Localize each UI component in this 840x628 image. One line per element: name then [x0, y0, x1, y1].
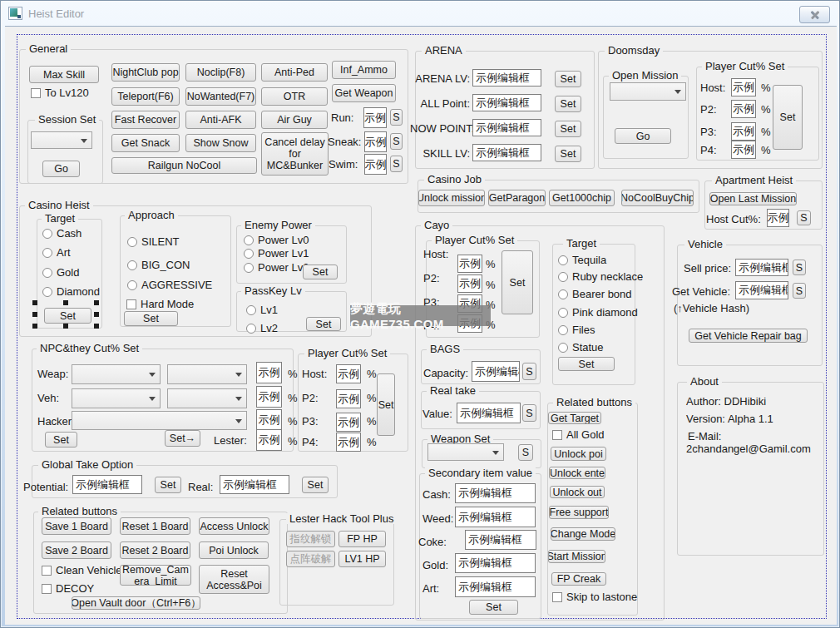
casino-target-set-button[interactable]: Set — [44, 308, 91, 324]
sell-price-input[interactable]: 示例编辑框 — [735, 259, 788, 276]
lester-cut-input[interactable]: 示例 — [256, 429, 282, 451]
veh-cut-input[interactable]: 示例 — [256, 386, 282, 408]
target-ruby-necklace-radio[interactable]: Ruby necklace — [558, 271, 643, 283]
get-vehicle-repair-bag-button[interactable]: Get Vehicle Repair bag — [689, 329, 808, 343]
all-point-set-button[interactable]: Set — [555, 96, 581, 112]
session-dropdown[interactable] — [31, 131, 92, 149]
hacker-cut-input[interactable]: 示例 — [256, 409, 282, 431]
run-input[interactable]: 示例 — [363, 107, 387, 128]
weapon-set-button[interactable]: S — [518, 444, 533, 461]
nowanted-button[interactable]: NoWanted(F7) — [185, 87, 256, 106]
selection-handle[interactable] — [94, 324, 99, 329]
passkey-set-button[interactable]: Set — [306, 317, 341, 331]
capacity-input[interactable]: 示例编辑框 — [472, 361, 520, 382]
real-take-set-button[interactable]: S — [522, 404, 536, 422]
unlock-ente-button[interactable]: Unlock ente — [549, 467, 605, 479]
sell-price-set-button[interactable]: S — [793, 260, 806, 275]
target-files-radio[interactable]: Files — [558, 324, 595, 336]
host-cut-set-button[interactable]: S — [797, 210, 811, 225]
power-lv1-radio[interactable]: Power Lv1 — [244, 248, 309, 260]
noclip-button[interactable]: Noclip(F8) — [185, 63, 256, 82]
target-diamond-radio[interactable]: Diamond — [42, 286, 100, 298]
get-vehicle-input[interactable]: 示例编辑框 — [735, 281, 788, 299]
weap-cut-input[interactable]: 示例 — [256, 362, 282, 383]
get-1000chip-button[interactable]: Get1000chip — [549, 190, 615, 206]
sneak-input[interactable]: 示例 — [364, 131, 387, 152]
sneak-set-button[interactable]: S — [390, 133, 403, 150]
npc-player-cut-set-button[interactable]: Set — [377, 373, 395, 436]
selection-handle[interactable] — [63, 324, 68, 329]
get-vehicle-set-button[interactable]: S — [793, 283, 806, 299]
skill-lv-set-button[interactable]: Set — [555, 146, 581, 162]
doomsday-host-input[interactable]: 示例 — [731, 78, 756, 96]
all-point-input[interactable]: 示例编辑框 — [472, 94, 541, 111]
doomsday-p2-input[interactable]: 示例 — [731, 100, 756, 118]
power-lv2-radio[interactable]: Power Lv2 — [244, 262, 309, 274]
weap-dropdown-2[interactable] — [167, 364, 247, 384]
target-pink-diamond-radio[interactable]: Pink diamond — [558, 307, 638, 319]
get-weapon-button[interactable]: Get Weapon — [332, 84, 396, 102]
arena-lv-set-button[interactable]: Set — [555, 71, 581, 87]
reset-access-poi-button[interactable]: Reset Access&Poi — [199, 565, 269, 594]
coke-input[interactable]: 示例编辑框 — [465, 530, 536, 550]
get-paragon-button[interactable]: GetParagon — [488, 190, 546, 206]
skill-lv-input[interactable]: 示例编辑框 — [472, 144, 541, 161]
get-snack-button[interactable]: Get Snack — [111, 134, 180, 152]
power-lv0-radio[interactable]: Power Lv0 — [244, 235, 309, 246]
railgun-nocool-button[interactable]: Railgun NoCool — [111, 157, 257, 174]
hard-mode-checkbox[interactable]: Hard Mode — [126, 299, 194, 310]
weed-input[interactable]: 示例编辑框 — [455, 507, 536, 527]
air-guy-button[interactable]: Air Guy — [261, 111, 328, 129]
swim-set-button[interactable]: S — [390, 156, 403, 172]
weapon-set-dropdown[interactable] — [427, 443, 504, 461]
arena-lv-input[interactable]: 示例编辑框 — [472, 69, 541, 87]
passkey-lv1-radio[interactable]: Lv1 — [246, 304, 278, 316]
doomsday-cut-set-button[interactable]: Set — [773, 85, 803, 150]
inf-ammo-button[interactable]: Inf_Ammo — [332, 61, 396, 79]
npc-set-arrow-button[interactable]: Set→ — [165, 430, 200, 447]
change-mode-button[interactable]: Change Mode — [551, 527, 615, 541]
close-button[interactable] — [799, 6, 830, 23]
doomsday-p3-input[interactable]: 示例 — [731, 122, 756, 141]
potential-set-button[interactable]: Set — [155, 477, 181, 493]
real-input[interactable]: 示例编辑框 — [220, 475, 289, 494]
fingerprint-unlock-button[interactable]: 指纹解锁 — [286, 531, 335, 547]
target-art-radio[interactable]: Art — [42, 247, 71, 259]
get-target-button[interactable]: Get Target — [548, 412, 601, 424]
fp-hp-button[interactable]: FP HP — [338, 531, 386, 547]
selection-handle[interactable] — [32, 300, 37, 305]
anti-afk-button[interactable]: Anti-AFK — [185, 111, 256, 129]
passkey-lv2-radio[interactable]: Lv2 — [246, 323, 278, 334]
dot-matrix-crack-button[interactable]: 点阵破解 — [286, 551, 335, 567]
save-2-board-button[interactable]: Save 2 Board — [42, 541, 111, 559]
open-vault-door-button[interactable]: Open Vault door（Ctrl+F6） — [72, 596, 200, 610]
npc-host-input[interactable]: 示例 — [336, 364, 361, 383]
now-point-input[interactable]: 示例编辑框 — [472, 119, 541, 136]
cayo-p2-input[interactable]: 示例 — [457, 274, 482, 293]
anti-ped-button[interactable]: Anti-Ped — [261, 63, 328, 82]
target-statue-radio[interactable]: Statue — [558, 342, 604, 354]
approach-set-button[interactable]: Set — [124, 311, 178, 326]
potential-input[interactable]: 示例编辑框 — [72, 475, 142, 494]
approach-bigcon-radio[interactable]: BIG_CON — [127, 260, 190, 271]
selection-handle[interactable] — [63, 300, 68, 305]
now-point-set-button[interactable]: Set — [555, 121, 581, 137]
real-set-button[interactable]: Set — [302, 477, 329, 493]
fast-recover-button[interactable]: Fast Recover — [111, 111, 180, 129]
selection-handle[interactable] — [94, 312, 99, 317]
target-cash-radio[interactable]: Cash — [42, 228, 82, 240]
nocool-buychip-button[interactable]: NoCoolBuyChip — [621, 190, 694, 206]
remove-camera-limit-button[interactable]: Remove_Camera_Limit — [120, 565, 191, 586]
open-last-mission-button[interactable]: Open Last Mission — [709, 192, 797, 205]
unlock-poi-button[interactable]: Unlock poi — [551, 447, 606, 461]
gold-input[interactable]: 示例编辑框 — [455, 553, 536, 573]
npc-p4-input[interactable]: 示例 — [336, 433, 361, 452]
veh-dropdown-1[interactable] — [72, 388, 161, 408]
art-input[interactable]: 示例编辑框 — [455, 576, 536, 597]
cash-input[interactable]: 示例编辑框 — [455, 483, 536, 503]
fp-creak-button[interactable]: FP Creak — [551, 572, 606, 586]
enemy-power-set-button[interactable]: Set — [303, 265, 338, 279]
start-mission-button[interactable]: Start Mission — [548, 550, 605, 563]
cayo-host-input[interactable]: 示例 — [457, 255, 482, 273]
to-lv120-checkbox[interactable]: To Lv120 — [31, 87, 89, 99]
